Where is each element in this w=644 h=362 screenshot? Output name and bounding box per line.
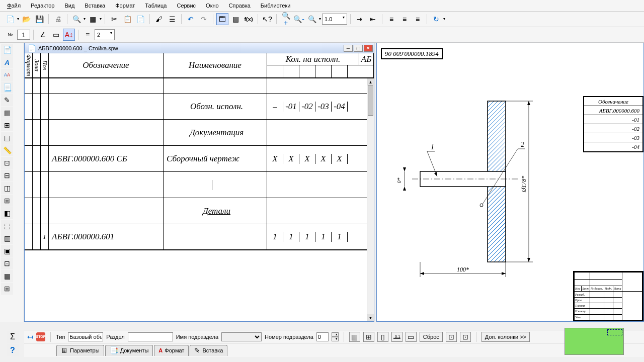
side-4-button[interactable]: 📃 <box>1 81 13 94</box>
tab-insert[interactable]: ✎ Вставка <box>190 345 227 356</box>
scroll-down-button[interactable]: ▼ <box>367 314 374 321</box>
cell-oboz[interactable]: АБВГ.000000.601 <box>49 224 164 249</box>
menu-service[interactable]: Сервис <box>174 1 199 10</box>
align-center-button[interactable]: ≡ <box>398 13 411 25</box>
spec-titlebar[interactable]: 📄 АБВГ.000000.600 _ Стойка.spw ─ ▢ ✕ <box>25 43 374 53</box>
stop-button[interactable]: STOP <box>36 332 45 341</box>
menu-editor[interactable]: Редактор <box>28 1 57 10</box>
minimize-button[interactable]: ─ <box>344 45 353 52</box>
side-doc-button[interactable]: 📄 <box>1 44 13 56</box>
open-button[interactable]: 📂 <box>20 13 32 25</box>
scroll-up-button[interactable]: ▲ <box>367 78 374 85</box>
zoom-fit-button[interactable]: 🔍 <box>306 13 318 25</box>
opt-5-button[interactable]: ▭ <box>406 332 417 342</box>
refresh-button[interactable]: ↻ <box>430 13 442 25</box>
spin-down-button[interactable]: ▼ <box>332 337 339 341</box>
side-8-button[interactable]: ▤ <box>1 132 13 144</box>
side-20-button[interactable]: ⊞ <box>1 283 13 295</box>
table-row[interactable] <box>25 172 374 198</box>
side-9-button[interactable]: 📏 <box>1 144 13 156</box>
variables-button[interactable]: f(x) <box>243 13 255 25</box>
sigma-button[interactable]: Σ <box>7 331 19 343</box>
window-mode-button[interactable]: 🗔 <box>216 13 228 25</box>
zoom-out-button[interactable]: 🔍- <box>293 13 305 25</box>
cell-k0[interactable]: 1 <box>267 232 283 242</box>
tab-docs[interactable]: 📑 Документы <box>105 345 153 356</box>
copy-button[interactable]: 📋 <box>121 13 133 25</box>
dropdown-icon[interactable]: ▾ <box>100 17 102 21</box>
table-row[interactable]: 1 АБВГ.000000.601 1 1 1 1 1 <box>25 224 374 250</box>
scroll-thumb[interactable] <box>368 85 373 116</box>
side-18-button[interactable]: ⊡ <box>1 257 13 269</box>
active-cell[interactable] <box>164 172 267 198</box>
align-right-button[interactable]: ≡ <box>412 13 424 25</box>
help-button[interactable]: ? <box>7 344 19 356</box>
list-button[interactable]: ☰ <box>166 13 178 25</box>
menu-file[interactable]: ФФайлайл <box>4 1 24 10</box>
menu-insert[interactable]: Вставка <box>82 1 108 10</box>
side-13-button[interactable]: ⊞ <box>1 195 13 207</box>
side-5-button[interactable]: ✎ <box>1 94 13 106</box>
lines-button[interactable]: ≡ <box>82 29 94 41</box>
help-pointer-button[interactable]: ↖? <box>261 13 273 25</box>
drawing-body[interactable]: 90 009'000000.1894 Обозначение АБВГ.0000… <box>377 43 643 321</box>
cell-k2[interactable]: 1 <box>299 232 315 242</box>
side-19-button[interactable]: ▦ <box>1 270 13 282</box>
tool-c-button[interactable]: A↕ <box>63 29 75 41</box>
cell-k3[interactable]: 1 <box>315 232 332 242</box>
cell-k1[interactable]: X <box>283 154 299 164</box>
extra-cols-button[interactable]: Доп. колонки >> <box>481 332 530 342</box>
back-icon[interactable]: ↤ <box>27 333 33 340</box>
cell-k1[interactable]: -01 <box>283 102 299 112</box>
cut-button[interactable]: ✂ <box>108 13 120 25</box>
expand-button[interactable]: ⇤ <box>367 13 379 25</box>
menu-window[interactable]: Окно <box>203 1 222 10</box>
side-14-button[interactable]: ◧ <box>1 207 13 219</box>
maximize-button[interactable]: ▢ <box>354 45 363 52</box>
side-16-button[interactable]: ▥ <box>1 232 13 244</box>
spin-up-button[interactable]: ▲ <box>332 332 339 337</box>
cell-k3[interactable]: X <box>315 154 332 164</box>
new-button[interactable]: 📄 <box>4 13 16 25</box>
cell-k4[interactable]: X <box>332 154 348 164</box>
cell-k4[interactable]: -04 <box>332 102 348 112</box>
reset-button[interactable]: Сброс <box>420 332 443 342</box>
opt-3-button[interactable]: ▯ <box>377 332 388 342</box>
table-row[interactable] <box>25 78 374 94</box>
opt-2-button[interactable]: ⊞ <box>363 332 374 342</box>
tab-params[interactable]: 🗏 Параметры <box>56 345 104 356</box>
redo-button[interactable]: ↷ <box>198 13 210 25</box>
vertical-scrollbar[interactable]: ▲ ▼ <box>367 78 374 321</box>
cell-poz[interactable]: 1 <box>41 224 49 249</box>
align-left-button[interactable]: ≡ <box>385 13 397 25</box>
cell-naim[interactable]: Документация <box>164 120 267 145</box>
dropdown-icon[interactable]: ▾ <box>84 17 86 21</box>
table-row[interactable]: Документация <box>25 120 374 146</box>
save-button[interactable]: 💾 <box>33 13 45 25</box>
side-7-button[interactable]: ⊞ <box>1 119 13 131</box>
close-button[interactable]: ✕ <box>364 45 373 52</box>
zoom-level-dropdown[interactable]: 1.0 <box>322 14 347 25</box>
table-row[interactable]: Детали <box>25 198 374 224</box>
opt-4-button[interactable]: -0.1 <box>391 332 403 342</box>
menu-help[interactable]: Справка <box>226 1 254 10</box>
undo-button[interactable]: ↶ <box>185 13 197 25</box>
cell-k4[interactable]: 1 <box>332 232 348 242</box>
tab-format[interactable]: A Формат <box>154 345 189 356</box>
dropdown-icon[interactable]: ▾ <box>319 17 321 21</box>
opt-6-button[interactable]: ⊡ <box>446 332 457 342</box>
cell-oboz[interactable]: АБВГ.000000.600 СБ <box>49 146 164 171</box>
cell-naim[interactable]: Детали <box>164 198 267 224</box>
subsection-select[interactable] <box>221 332 262 341</box>
table-row[interactable]: АБВГ.000000.600 СБ Сборочный чертеж X X … <box>25 146 374 172</box>
dropdown-icon[interactable]: ▾ <box>17 17 19 21</box>
navigator-viewport[interactable] <box>607 329 622 335</box>
menu-libraries[interactable]: Библиотеки <box>258 1 294 10</box>
layers-button[interactable]: ▤ <box>229 13 242 25</box>
cell-k0[interactable]: – <box>267 102 283 112</box>
side-6-button[interactable]: ▦ <box>1 107 13 119</box>
table-row[interactable]: Обозн. исполн. – -01 -02 -03 -04 <box>25 94 374 120</box>
subsect-num-input[interactable] <box>316 332 329 341</box>
brush-button[interactable]: 🖌 <box>153 13 165 25</box>
cell-k2[interactable]: -02 <box>299 102 315 112</box>
